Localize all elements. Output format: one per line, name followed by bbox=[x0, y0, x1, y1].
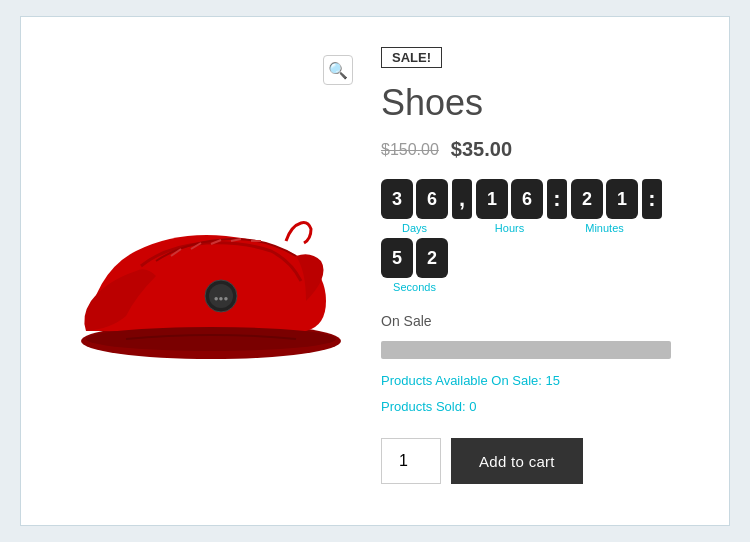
price-section: $150.00 $35.00 bbox=[381, 138, 709, 161]
minutes-digit-1: 2 bbox=[571, 179, 603, 219]
sep-1: , bbox=[452, 179, 472, 219]
sep-2: : bbox=[547, 179, 567, 219]
sale-price: $35.00 bbox=[451, 138, 512, 161]
stock-bar bbox=[381, 341, 671, 359]
seconds-label: Seconds bbox=[393, 281, 436, 293]
hours-label: Hours bbox=[495, 222, 524, 234]
details-section: SALE! Shoes $150.00 $35.00 3 6 Days , 1 bbox=[381, 47, 709, 495]
minutes-digit-2: 1 bbox=[606, 179, 638, 219]
seconds-digit-1: 5 bbox=[381, 238, 413, 278]
seconds-digit-2: 2 bbox=[416, 238, 448, 278]
zoom-icon[interactable]: 🔍 bbox=[323, 55, 353, 85]
countdown-timer: 3 6 Days , 1 6 Hours : 2 1 bbox=[381, 179, 709, 293]
countdown-seconds: 5 2 Seconds bbox=[381, 238, 448, 293]
sale-badge: SALE! bbox=[381, 47, 442, 68]
product-card: 🔍 ●●● bbox=[20, 16, 730, 526]
days-digit-1: 3 bbox=[381, 179, 413, 219]
sep-3: : bbox=[642, 179, 662, 219]
products-sold: Products Sold: 0 bbox=[381, 399, 709, 414]
countdown-hours: 1 6 Hours bbox=[476, 179, 543, 234]
quantity-input[interactable] bbox=[381, 438, 441, 484]
svg-point-9 bbox=[86, 327, 336, 351]
minutes-label: Minutes bbox=[585, 222, 624, 234]
product-image: ●●● bbox=[56, 171, 346, 371]
products-available: Products Available On Sale: 15 bbox=[381, 373, 709, 388]
hours-digit-2: 6 bbox=[511, 179, 543, 219]
add-to-cart-section: Add to cart bbox=[381, 438, 709, 484]
days-digit-2: 6 bbox=[416, 179, 448, 219]
image-section: 🔍 ●●● bbox=[41, 47, 361, 495]
product-title: Shoes bbox=[381, 82, 709, 124]
countdown-minutes: 2 1 Minutes bbox=[571, 179, 638, 234]
on-sale-label: On Sale bbox=[381, 313, 709, 329]
countdown-days: 3 6 Days bbox=[381, 179, 448, 234]
add-to-cart-button[interactable]: Add to cart bbox=[451, 438, 583, 484]
svg-text:●●●: ●●● bbox=[214, 294, 229, 303]
days-label: Days bbox=[402, 222, 427, 234]
hours-digit-1: 1 bbox=[476, 179, 508, 219]
original-price: $150.00 bbox=[381, 141, 439, 159]
